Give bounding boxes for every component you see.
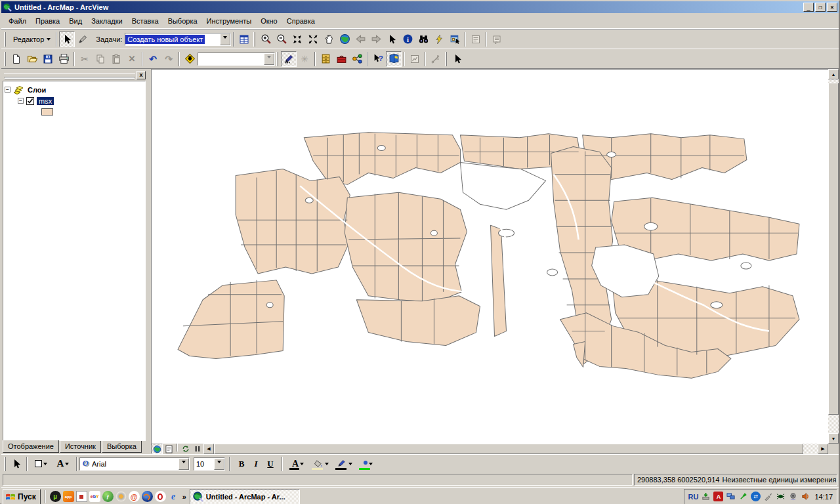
- underline-button[interactable]: U: [263, 456, 278, 472]
- firefox-icon[interactable]: [142, 491, 153, 502]
- hyperlink-button[interactable]: [431, 32, 447, 47]
- save-button[interactable]: [40, 51, 56, 67]
- whats-this-button[interactable]: ?: [370, 51, 386, 67]
- forward-extent-button[interactable]: [368, 32, 384, 47]
- tab-selection[interactable]: Выборка: [102, 441, 142, 453]
- close-button[interactable]: ×: [827, 3, 837, 12]
- fixed-zoom-out-button[interactable]: [305, 32, 321, 47]
- tools-toolbar-grip[interactable]: [253, 32, 255, 47]
- font-color-button[interactable]: A: [287, 456, 309, 472]
- task-combobox[interactable]: Создать новый объект: [125, 33, 231, 46]
- fill-color-button[interactable]: [309, 456, 333, 472]
- draw-text-button[interactable]: A: [52, 456, 74, 472]
- toc-close-button[interactable]: x: [136, 71, 146, 79]
- menu-edit[interactable]: Правка: [31, 15, 64, 27]
- line-color-button[interactable]: [333, 456, 356, 472]
- undo-button[interactable]: ↶: [145, 51, 161, 67]
- overflow-labels-button[interactable]: [468, 32, 484, 47]
- pan-button[interactable]: [321, 32, 337, 47]
- menu-selection[interactable]: Выборка: [163, 15, 202, 27]
- standard-toolbar-grip[interactable]: [4, 52, 6, 66]
- task-combo-dropdown[interactable]: [220, 33, 230, 45]
- arctoolbox-button[interactable]: [333, 51, 349, 67]
- ebay-icon[interactable]: ebY: [89, 491, 100, 502]
- teamviewer-icon[interactable]: ⇄: [751, 492, 761, 501]
- menu-tools[interactable]: Инструменты: [202, 15, 257, 27]
- layer-visibility-checkbox[interactable]: [26, 97, 34, 105]
- copy-button[interactable]: [93, 51, 108, 67]
- font-size-combobox[interactable]: 10: [194, 457, 225, 471]
- volume-icon[interactable]: [801, 492, 810, 501]
- tab-display[interactable]: Отображение: [3, 440, 59, 453]
- toc-root-row[interactable]: − Слои: [5, 84, 144, 95]
- editor-toolbar-grip[interactable]: [4, 32, 6, 47]
- toc-symbol-row[interactable]: [5, 106, 144, 117]
- power-plug-icon[interactable]: [738, 492, 748, 501]
- language-indicator[interactable]: RU: [688, 493, 699, 501]
- draw-shape-button[interactable]: [30, 456, 52, 472]
- delete-button[interactable]: ✕: [124, 51, 140, 67]
- menu-view[interactable]: Вид: [64, 15, 87, 27]
- select-features-button[interactable]: [447, 32, 463, 47]
- font-combobox[interactable]: OO Arial: [79, 457, 190, 471]
- menu-bookmarks[interactable]: Закладки: [87, 15, 127, 27]
- attributes-button[interactable]: [236, 32, 252, 47]
- editor-toolbar-toggle[interactable]: [281, 51, 297, 67]
- scroll-up-button[interactable]: ▲: [828, 69, 839, 79]
- horizontal-scroll-thumb[interactable]: [214, 444, 803, 454]
- toc-drag-grip[interactable]: [4, 73, 135, 77]
- paste-button[interactable]: [108, 51, 124, 67]
- mail-at-icon[interactable]: @: [129, 491, 140, 502]
- scale-combobox[interactable]: [198, 52, 275, 66]
- map-canvas[interactable]: [151, 69, 828, 444]
- notes-document-icon[interactable]: [76, 491, 87, 502]
- html-popup-button[interactable]: [489, 32, 505, 47]
- toc-tree[interactable]: − Слои − msx: [3, 81, 146, 441]
- spider-antivirus-icon[interactable]: [776, 492, 786, 501]
- open-button[interactable]: [24, 51, 40, 67]
- menu-file[interactable]: Файл: [4, 15, 31, 27]
- snapping-button[interactable]: ✳: [297, 51, 312, 67]
- internet-explorer-icon[interactable]: e: [168, 491, 179, 502]
- add-data-button[interactable]: [182, 51, 198, 67]
- scroll-right-button[interactable]: ▶: [818, 444, 828, 454]
- tab-source[interactable]: Источник: [60, 441, 101, 453]
- scroll-left-button[interactable]: ◀: [203, 444, 214, 454]
- new-map-button[interactable]: [9, 51, 24, 67]
- print-button[interactable]: [56, 51, 72, 67]
- help-contents-button[interactable]: [386, 51, 402, 67]
- green-globe-icon[interactable]: ƒ: [102, 491, 114, 502]
- audio-device-icon[interactable]: [788, 492, 798, 501]
- arcmap-task-button[interactable]: Untitled - ArcMap - Ar...: [190, 489, 300, 504]
- acrobat-icon[interactable]: A: [713, 492, 723, 501]
- minimize-button[interactable]: _: [803, 3, 814, 12]
- scale-combo-dropdown[interactable]: [264, 53, 274, 65]
- graph-window-button[interactable]: [407, 51, 423, 67]
- find-button[interactable]: [415, 32, 431, 47]
- draw-toolbar-grip[interactable]: [4, 457, 6, 471]
- full-extent-button[interactable]: [337, 32, 352, 47]
- modelbuilder-button[interactable]: [349, 51, 365, 67]
- italic-button[interactable]: I: [249, 456, 263, 472]
- select-elements-button[interactable]: [384, 32, 400, 47]
- brush-tool-icon[interactable]: [763, 492, 773, 501]
- horizontal-scroll-track[interactable]: [214, 444, 818, 454]
- bold-button[interactable]: B: [234, 456, 249, 472]
- redo-button[interactable]: ↷: [161, 51, 177, 67]
- vertical-scroll-track[interactable]: [828, 79, 839, 433]
- toc-header[interactable]: x: [3, 70, 146, 79]
- data-view-button[interactable]: [151, 444, 163, 454]
- menu-help[interactable]: Справка: [282, 15, 320, 27]
- editor-menu-button[interactable]: Редактор: [9, 32, 54, 47]
- network-icon[interactable]: [726, 492, 736, 501]
- layer-name[interactable]: msx: [37, 97, 54, 105]
- zoom-out-button[interactable]: [274, 32, 289, 47]
- cd-player-icon[interactable]: [116, 491, 127, 502]
- edit-tool-button[interactable]: [59, 32, 75, 47]
- identify-button[interactable]: i: [400, 32, 415, 47]
- font-size-dropdown[interactable]: [214, 458, 224, 470]
- title-bar[interactable]: Untitled - ArcMap - ArcView _ ❐ ×: [1, 1, 839, 13]
- sketch-tool-button[interactable]: [75, 32, 91, 47]
- font-combo-dropdown[interactable]: [178, 458, 189, 470]
- secondary-toolbar-grip[interactable]: [276, 52, 278, 66]
